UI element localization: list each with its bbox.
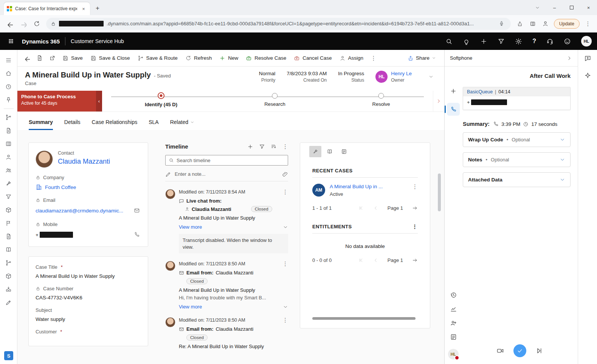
note-input[interactable] <box>175 171 279 177</box>
complete-call-button[interactable] <box>513 344 526 357</box>
process-stage-identify[interactable]: Identify (45 D) <box>145 93 177 107</box>
app-name[interactable]: Customer Service Hub <box>71 38 124 44</box>
header-collapse-chevron[interactable] <box>426 72 436 82</box>
process-stage-research[interactable]: Research <box>264 93 285 107</box>
horizontal-scrollbar-thumb[interactable] <box>312 317 416 320</box>
sidebar-item-queues[interactable] <box>0 137 17 150</box>
send-email-icon[interactable] <box>133 206 141 215</box>
view-more-link[interactable]: View more <box>179 304 202 310</box>
case-more-icon[interactable]: ⋮ <box>412 184 418 189</box>
sidebar-item-flows[interactable] <box>0 256 17 270</box>
header-field-owner[interactable]: HL Henry Le Owner <box>375 71 412 83</box>
help-icon[interactable]: ? <box>532 38 536 45</box>
active-call-session-tab[interactable] <box>447 103 460 116</box>
video-camera-icon[interactable] <box>496 347 504 355</box>
chevron-down-icon[interactable] <box>283 225 288 230</box>
browser-tab[interactable]: Case: Case for Interactive experie... × <box>4 2 90 15</box>
stage-marker[interactable] <box>158 92 164 99</box>
tab-summary[interactable]: Summary <box>29 119 53 130</box>
window-maximize-button[interactable] <box>563 0 580 15</box>
analytics-icon[interactable] <box>450 305 457 313</box>
copilot-icon[interactable] <box>584 72 591 79</box>
company-field-value[interactable]: Fourth Coffee <box>36 184 141 191</box>
sidebar-item-activities[interactable] <box>0 124 17 137</box>
sidebar-item-recent[interactable] <box>0 80 17 93</box>
timeline-entry[interactable]: Modified on: 7/11/2023 8:54 AM ⋮ Live ch… <box>165 189 288 253</box>
attachment-icon[interactable] <box>282 171 288 177</box>
panel-expand-chevron[interactable] <box>566 55 572 61</box>
waffle-menu-icon[interactable] <box>5 36 17 47</box>
forward-button[interactable] <box>17 17 29 30</box>
sidebar-item-contacts[interactable] <box>0 150 17 164</box>
save-button[interactable]: Save <box>59 52 86 64</box>
sidebar-item-imports[interactable] <box>0 283 17 296</box>
sidebar-item-accounts[interactable] <box>0 164 17 177</box>
next-page-icon[interactable] <box>412 257 418 263</box>
entry-subject[interactable]: A Mineral Build Up in Water Supply <box>179 287 288 293</box>
refresh-command-button[interactable]: Refresh <box>182 52 215 64</box>
previous-page-icon[interactable] <box>373 205 378 211</box>
timeline-search-input[interactable] <box>177 158 285 163</box>
entry-subject[interactable]: A Mineral Build Up in Water Supply <box>179 215 288 221</box>
process-next-chevron[interactable] <box>433 91 444 112</box>
save-route-button[interactable]: Save & Route <box>134 52 181 64</box>
bulb-icon[interactable] <box>463 38 470 45</box>
contact-name-link[interactable]: Claudia Mazzanti <box>58 158 110 166</box>
cancel-case-button[interactable]: Cancel Case <box>290 52 335 64</box>
entry-more-icon[interactable]: ⋮ <box>282 261 288 266</box>
timeline-filter-icon[interactable] <box>259 144 265 150</box>
settings-gear-icon[interactable] <box>515 38 522 45</box>
window-minimize-button[interactable]: – <box>546 0 563 15</box>
timeline-entry[interactable]: Modified on: 7/11/2023 8:50 AM ⋮ Email f… <box>165 317 288 349</box>
first-page-icon[interactable] <box>358 205 364 211</box>
subject-value[interactable]: Water supply <box>36 316 141 322</box>
search-icon[interactable] <box>445 38 453 45</box>
browser-update-button[interactable]: Update <box>554 19 580 29</box>
mobile-field-value[interactable]: + <box>36 231 141 239</box>
timeline-add-icon[interactable] <box>247 144 253 150</box>
sidebar-item-dashboards[interactable] <box>0 111 17 124</box>
user-avatar[interactable]: HL <box>581 36 592 46</box>
process-collapse-button[interactable]: ‹ <box>96 91 102 112</box>
timeline-more-icon[interactable]: ⋮ <box>282 144 288 149</box>
form-list-button[interactable] <box>33 52 45 64</box>
sidebar-item-knowledge[interactable] <box>0 243 17 256</box>
new-session-icon[interactable] <box>448 85 459 97</box>
stage-marker[interactable] <box>272 93 278 99</box>
sidebar-item-products[interactable] <box>0 203 17 217</box>
tab-close-icon[interactable]: × <box>80 5 87 12</box>
window-menu-button[interactable] <box>529 0 546 15</box>
assign-button[interactable]: Assign <box>336 52 367 64</box>
chevron-down-icon[interactable] <box>283 304 288 310</box>
refresh-button[interactable] <box>30 17 43 30</box>
browser-menu-button[interactable]: ⋮ <box>582 18 594 30</box>
attached-data-section[interactable]: Attached Data <box>463 172 571 187</box>
process-stage-banner[interactable]: Phone to Case Process Active for 45 days <box>17 91 96 112</box>
split-screen-button[interactable] <box>527 18 539 30</box>
sidebar-item-home[interactable] <box>0 67 17 80</box>
sidebar-item-insights[interactable] <box>0 190 17 203</box>
back-button[interactable] <box>3 17 16 30</box>
sidebar-item-articles[interactable] <box>0 230 17 243</box>
filter-icon[interactable] <box>498 38 505 45</box>
entry-subject[interactable]: Re: A Mineral Build Up in Water Supply <box>179 344 288 349</box>
browser-profile-button[interactable] <box>540 18 552 30</box>
email-field-value[interactable]: claudiamazzanti@crmdemo.dynamic... <box>36 206 141 215</box>
mic-icon[interactable] <box>497 19 506 28</box>
first-page-icon[interactable] <box>358 257 364 263</box>
window-close-button[interactable]: × <box>580 0 597 15</box>
tab-case-relationships[interactable]: Case Relationships <box>92 119 138 130</box>
sidebar-item-cases[interactable] <box>0 177 17 190</box>
sidebar-item-goals[interactable] <box>0 217 17 230</box>
sitemap-toggle-button[interactable] <box>0 54 17 67</box>
support-icon[interactable] <box>546 38 554 45</box>
tab-sla[interactable]: SLA <box>149 119 158 130</box>
tool-tab-articles[interactable] <box>338 146 350 157</box>
agent-presence-avatar[interactable]: HL <box>448 349 459 359</box>
tool-tab-knowledge[interactable] <box>324 146 336 157</box>
notes-section[interactable]: Notes •Optional <box>463 152 571 167</box>
sidebar-item-pinned[interactable] <box>0 93 17 107</box>
tab-related[interactable]: Related <box>170 119 194 130</box>
page-back-button[interactable] <box>20 52 33 64</box>
timeline-sort-icon[interactable] <box>271 144 277 150</box>
